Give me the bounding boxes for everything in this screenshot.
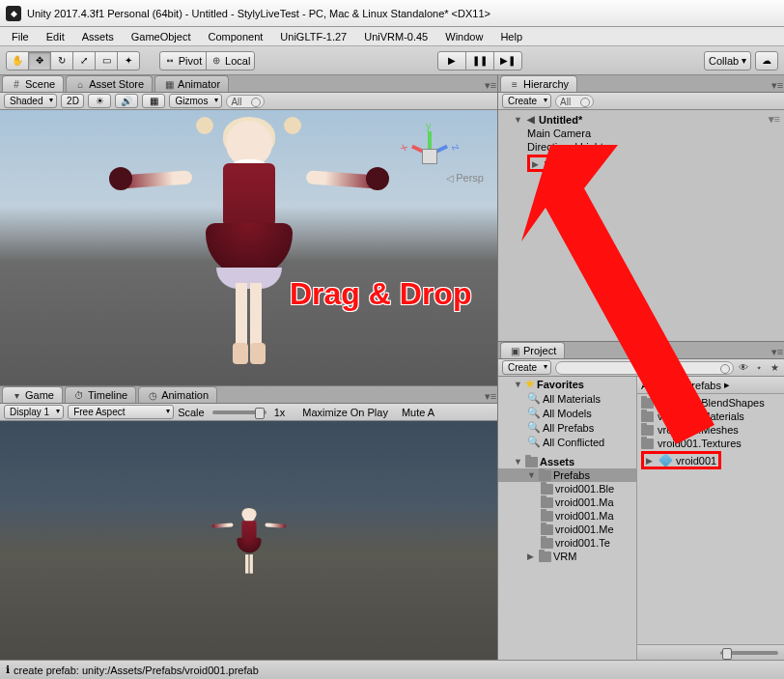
project-assets-header[interactable]: ▼Assets bbox=[498, 455, 636, 468]
rect-tool-button[interactable]: ▭ bbox=[95, 51, 118, 71]
project-favorites-header[interactable]: ▼★Favorites bbox=[498, 377, 636, 391]
project-folder-vrm[interactable]: ▶VRM bbox=[498, 550, 636, 563]
project-folder-meshes[interactable]: vroid001.Me bbox=[498, 523, 636, 536]
asset-item-vroid001-prefab[interactable]: ▶ vroid001 bbox=[639, 450, 782, 470]
tab-scene[interactable]: #Scene bbox=[2, 75, 64, 92]
scale-tool-button[interactable]: ⤢ bbox=[72, 51, 96, 71]
project-filter-icon[interactable]: 👁 bbox=[738, 362, 749, 374]
play-controls: ▶ ❚❚ ▶❚ bbox=[437, 51, 522, 71]
game-scale-slider[interactable] bbox=[212, 410, 266, 414]
menu-window[interactable]: Window bbox=[437, 29, 490, 44]
game-display-dropdown[interactable]: Display 1 bbox=[4, 405, 64, 419]
project-fav-prefabs[interactable]: 🔍All Prefabs bbox=[498, 420, 636, 435]
project-folder-materials2[interactable]: vroid001.Ma bbox=[498, 509, 636, 523]
game-aspect-dropdown[interactable]: Free Aspect bbox=[68, 405, 174, 419]
hierarchy-item-directional-light[interactable]: Directional Light bbox=[498, 140, 784, 154]
scene-shading-dropdown[interactable]: Shaded bbox=[4, 94, 57, 108]
project-save-icon[interactable]: ★ bbox=[769, 362, 780, 374]
menu-edit[interactable]: Edit bbox=[39, 29, 72, 44]
project-fav-conflicted[interactable]: 🔍All Conflicted bbox=[498, 435, 636, 449]
collab-button[interactable]: Collab ▾ bbox=[704, 51, 751, 71]
game-scale-label: Scale bbox=[178, 407, 205, 418]
tab-hierarchy[interactable]: ≡Hierarchy bbox=[500, 75, 577, 92]
project-create-dropdown[interactable]: Create bbox=[502, 360, 551, 375]
hierarchy-tabs: ≡Hierarchy ▾≡ bbox=[498, 75, 784, 93]
menu-assets[interactable]: Assets bbox=[74, 29, 122, 44]
move-tool-button[interactable]: ✥ bbox=[28, 51, 51, 71]
expand-arrow-icon[interactable]: ▶ bbox=[532, 159, 542, 169]
project-folder-materials[interactable]: vroid001.Ma bbox=[498, 495, 636, 509]
asset-item-blendshapes[interactable]: vroid001.BlendShapes bbox=[639, 396, 782, 410]
breadcrumb-assets[interactable]: Assets bbox=[641, 380, 673, 391]
project-folder-prefabs[interactable]: ▼Prefabs bbox=[498, 468, 636, 482]
game-viewport[interactable] bbox=[0, 421, 497, 660]
tab-timeline[interactable]: ⏱Timeline bbox=[65, 386, 136, 403]
asset-item-textures[interactable]: vroid001.Textures bbox=[639, 437, 782, 450]
folder-icon bbox=[641, 425, 654, 436]
project-type-icon[interactable]: ⋆ bbox=[753, 362, 765, 374]
tab-asset-store[interactable]: ⌂Asset Store bbox=[66, 75, 153, 92]
tab-project[interactable]: ▣Project bbox=[500, 342, 565, 358]
scene-panel-menu[interactable]: ▾≡ bbox=[484, 79, 497, 92]
status-bar: ℹ create prefab: unity:/Assets/Prefabs/v… bbox=[0, 660, 784, 679]
pivot-button[interactable]: ▪▪ Pivot bbox=[159, 51, 207, 71]
scene-search-input[interactable]: All bbox=[226, 95, 265, 108]
menu-univrm[interactable]: UniVRM-0.45 bbox=[356, 29, 435, 44]
project-fav-materials[interactable]: 🔍All Materials bbox=[498, 391, 636, 406]
hierarchy-create-dropdown[interactable]: Create bbox=[502, 94, 551, 108]
scene-light-toggle[interactable]: ☀ bbox=[88, 94, 111, 108]
hierarchy-item-vroid001[interactable]: ▶ vroid001 bbox=[498, 154, 784, 173]
project-folder-tree[interactable]: ▼★Favorites 🔍All Materials 🔍All Models 🔍… bbox=[498, 377, 637, 660]
scene-audio-toggle[interactable]: 🔊 bbox=[115, 94, 138, 108]
scene-2d-toggle[interactable]: 2D bbox=[61, 94, 84, 108]
project-folder-textures[interactable]: vroid001.Te bbox=[498, 536, 636, 550]
tab-animator[interactable]: ▦Animator bbox=[154, 75, 229, 92]
game-maximize-toggle[interactable]: Maximize On Play bbox=[302, 407, 388, 418]
menu-component[interactable]: Component bbox=[200, 29, 270, 44]
project-folder-blendshapes[interactable]: vroid001.Bl​e bbox=[498, 482, 636, 495]
hierarchy-tree[interactable]: ▼ ◀ Untitled* ▾≡ Main Camera Directional… bbox=[498, 110, 784, 341]
game-panel-menu[interactable]: ▾≡ bbox=[484, 390, 497, 403]
breadcrumb-prefabs[interactable]: Prefabs bbox=[685, 380, 721, 391]
menu-file[interactable]: File bbox=[4, 29, 37, 44]
local-button[interactable]: ⊕ Local bbox=[206, 51, 255, 71]
menu-unigltf[interactable]: UniGLTF-1.27 bbox=[272, 29, 354, 44]
hierarchy-item-main-camera[interactable]: Main Camera bbox=[498, 127, 784, 140]
scene-fx-toggle[interactable]: ▦ bbox=[142, 94, 165, 108]
asset-item-meshes[interactable]: vroid001.Meshes bbox=[639, 423, 782, 437]
expand-arrow-icon[interactable]: ▼ bbox=[514, 115, 523, 125]
unity-scene-icon: ◀ bbox=[525, 114, 537, 126]
annotation-highlight-prefab: ▶ vroid001 bbox=[641, 451, 721, 469]
hierarchy-panel-menu[interactable]: ▾≡ bbox=[770, 79, 784, 92]
tab-animation[interactable]: ◷Animation bbox=[138, 386, 217, 403]
project-search-input[interactable] bbox=[555, 361, 734, 375]
project-asset-list[interactable]: vroid001.BlendShapes vroid001.Materials … bbox=[637, 394, 784, 644]
game-mute-toggle[interactable]: Mute A bbox=[402, 407, 434, 418]
hierarchy-search-input[interactable]: All bbox=[555, 95, 594, 108]
hand-tool-button[interactable]: ✋ bbox=[6, 51, 29, 71]
project-toolbar: Create 👁 ⋆ ★ bbox=[498, 359, 784, 377]
rotate-tool-button[interactable]: ↻ bbox=[50, 51, 73, 71]
play-button[interactable]: ▶ bbox=[437, 51, 466, 71]
hierarchy-scene-row[interactable]: ▼ ◀ Untitled* ▾≡ bbox=[498, 112, 784, 127]
step-button[interactable]: ▶❚ bbox=[493, 51, 522, 71]
project-fav-models[interactable]: 🔍All Models bbox=[498, 406, 636, 420]
expand-arrow-icon[interactable]: ▶ bbox=[646, 456, 656, 466]
menu-gameobject[interactable]: GameObject bbox=[124, 29, 199, 44]
asset-item-materials[interactable]: vroid001.Materials bbox=[639, 410, 782, 423]
cloud-button[interactable]: ☁ bbox=[755, 51, 778, 71]
scene-options-icon[interactable]: ▾≡ bbox=[769, 113, 780, 126]
pause-button[interactable]: ❚❚ bbox=[465, 51, 494, 71]
folder-icon bbox=[525, 457, 538, 467]
info-icon: ℹ bbox=[6, 664, 10, 676]
scene-tabs: #Scene ⌂Asset Store ▦Animator ▾≡ bbox=[0, 75, 497, 93]
menu-help[interactable]: Help bbox=[492, 29, 530, 44]
scene-projection-label[interactable]: ◁Persp bbox=[446, 172, 484, 184]
project-zoom-slider[interactable] bbox=[720, 651, 778, 655]
tab-game[interactable]: ▾Game bbox=[2, 386, 63, 403]
folder-icon bbox=[541, 484, 553, 495]
transform-tool-button[interactable]: ✦ bbox=[117, 51, 140, 71]
project-panel-menu[interactable]: ▾≡ bbox=[770, 346, 784, 358]
scene-viewport[interactable]: ◁Persp bbox=[0, 110, 497, 385]
scene-gizmos-dropdown[interactable]: Gizmos bbox=[169, 94, 222, 108]
